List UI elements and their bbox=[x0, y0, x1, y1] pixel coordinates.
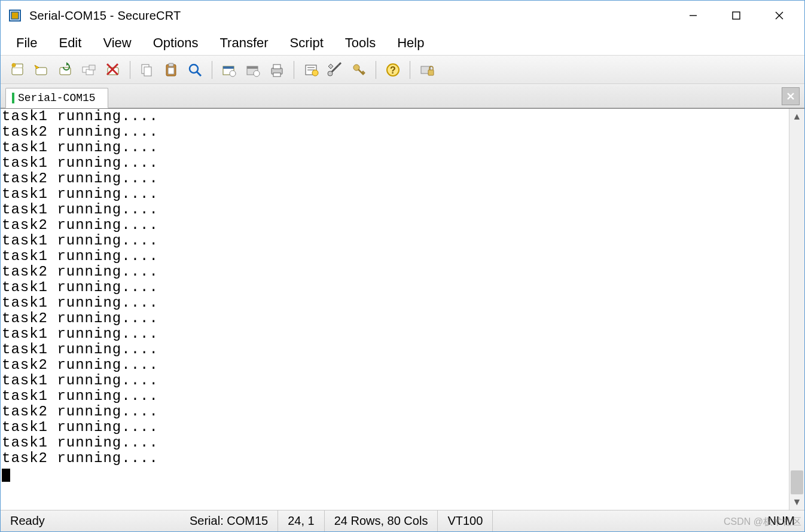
paste-icon[interactable] bbox=[159, 59, 183, 81]
menu-tools[interactable]: Tools bbox=[334, 33, 386, 53]
status-numlock: NUM bbox=[758, 510, 804, 531]
terminal-cursor bbox=[2, 469, 10, 482]
menu-script[interactable]: Script bbox=[279, 33, 334, 53]
maximize-button[interactable] bbox=[715, 2, 758, 29]
svg-rect-17 bbox=[144, 67, 151, 76]
help-icon[interactable]: ? bbox=[381, 59, 405, 81]
key-icon[interactable] bbox=[347, 59, 371, 81]
vertical-scrollbar[interactable]: ▲ ▼ bbox=[789, 109, 804, 510]
scroll-track[interactable] bbox=[789, 124, 804, 494]
menu-help[interactable]: Help bbox=[386, 33, 435, 53]
menu-file[interactable]: File bbox=[5, 33, 48, 53]
disconnect-icon[interactable] bbox=[101, 59, 125, 81]
svg-rect-30 bbox=[273, 65, 280, 69]
terminal-area: task1 running.... task2 running.... task… bbox=[1, 108, 804, 510]
menu-view[interactable]: View bbox=[92, 33, 142, 53]
scroll-thumb[interactable] bbox=[791, 470, 803, 494]
toolbar: ? bbox=[1, 56, 804, 84]
svg-point-28 bbox=[254, 71, 260, 77]
svg-rect-1 bbox=[11, 12, 19, 19]
svg-rect-12 bbox=[89, 65, 95, 70]
window-controls bbox=[672, 2, 801, 29]
menu-edit[interactable]: Edit bbox=[48, 33, 92, 53]
svg-line-22 bbox=[197, 72, 201, 76]
session-options-icon[interactable] bbox=[217, 59, 241, 81]
menu-transfer[interactable]: Transfer bbox=[209, 33, 279, 53]
lock-session-icon[interactable] bbox=[415, 59, 439, 81]
copy-icon[interactable] bbox=[135, 59, 159, 81]
svg-point-25 bbox=[230, 71, 236, 77]
svg-rect-31 bbox=[273, 73, 280, 77]
reconnect-icon[interactable] bbox=[53, 59, 77, 81]
session-tab[interactable]: Serial-COM15 bbox=[5, 88, 108, 108]
status-term-size: 24 Rows, 80 Cols bbox=[325, 510, 438, 531]
close-button[interactable] bbox=[758, 2, 801, 29]
print-icon[interactable] bbox=[265, 59, 289, 81]
svg-point-36 bbox=[328, 71, 333, 76]
svg-rect-41 bbox=[428, 70, 434, 75]
properties-icon[interactable] bbox=[299, 59, 323, 81]
menubar: FileEditViewOptionsTransferScriptToolsHe… bbox=[1, 30, 804, 56]
tab-active-indicator bbox=[12, 93, 14, 103]
keymap-icon[interactable] bbox=[323, 59, 347, 81]
svg-rect-20 bbox=[168, 68, 174, 74]
tab-strip: Serial-COM15 bbox=[1, 84, 804, 108]
session-manager-icon[interactable] bbox=[77, 59, 101, 81]
scroll-down-arrow[interactable]: ▼ bbox=[789, 494, 805, 510]
app-window: Serial-COM15 - SecureCRT FileEditViewOpt… bbox=[0, 0, 805, 532]
quick-connect-icon[interactable] bbox=[29, 59, 53, 81]
status-ready: Ready bbox=[1, 510, 180, 531]
app-icon bbox=[8, 8, 22, 23]
toolbar-separator bbox=[212, 61, 212, 79]
minimize-button[interactable] bbox=[672, 2, 715, 29]
svg-point-35 bbox=[312, 70, 318, 76]
global-options-icon[interactable] bbox=[241, 59, 265, 81]
terminal-output[interactable]: task1 running.... task2 running.... task… bbox=[1, 109, 789, 510]
menu-options[interactable]: Options bbox=[142, 33, 209, 53]
svg-rect-27 bbox=[247, 66, 258, 69]
toolbar-separator bbox=[130, 61, 130, 79]
status-bar: Ready Serial: COM15 24, 1 24 Rows, 80 Co… bbox=[1, 510, 804, 531]
svg-text:?: ? bbox=[390, 65, 396, 75]
svg-rect-19 bbox=[169, 63, 173, 66]
toolbar-separator bbox=[294, 61, 294, 79]
scroll-up-arrow[interactable]: ▲ bbox=[789, 109, 805, 124]
svg-rect-8 bbox=[36, 68, 47, 75]
window-title: Serial-COM15 - SecureCRT bbox=[29, 9, 672, 23]
titlebar: Serial-COM15 - SecureCRT bbox=[1, 1, 804, 30]
status-connection: Serial: COM15 bbox=[180, 510, 278, 531]
svg-rect-3 bbox=[733, 12, 740, 19]
tab-close-button[interactable] bbox=[782, 87, 800, 105]
toolbar-separator bbox=[376, 61, 376, 79]
svg-rect-24 bbox=[223, 66, 234, 69]
toolbar-separator bbox=[410, 61, 410, 79]
find-icon[interactable] bbox=[183, 59, 207, 81]
svg-rect-6 bbox=[12, 68, 23, 75]
status-cursor-pos: 24, 1 bbox=[278, 510, 324, 531]
svg-point-21 bbox=[190, 65, 198, 73]
new-session-icon[interactable] bbox=[5, 59, 29, 81]
status-emulation: VT100 bbox=[438, 510, 493, 531]
tab-label: Serial-COM15 bbox=[18, 92, 96, 104]
